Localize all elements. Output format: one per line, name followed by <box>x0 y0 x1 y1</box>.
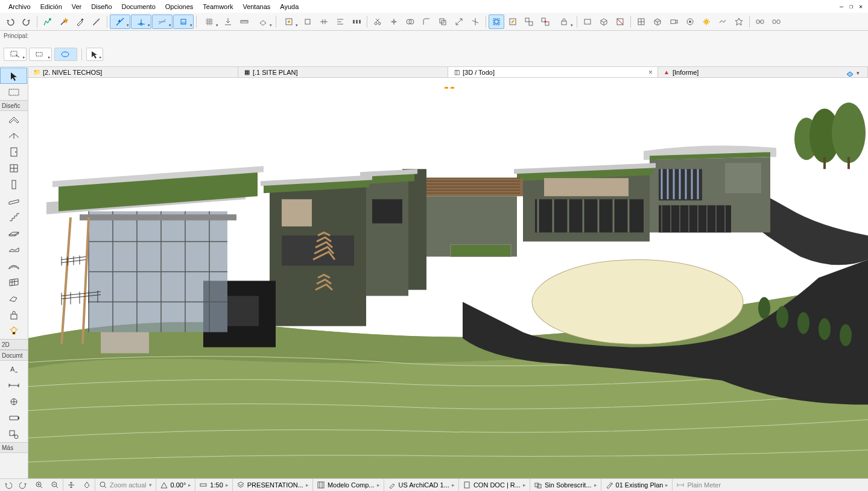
magic-wand-tool[interactable] <box>56 14 72 29</box>
status-model[interactable]: Modelo Comp... ▸ <box>313 479 384 491</box>
door-tool[interactable] <box>0 144 27 160</box>
status-override[interactable]: Sin Sobrescrit... ▸ <box>530 479 601 491</box>
stair-tool[interactable] <box>0 209 27 225</box>
wall-tool[interactable] <box>0 111 27 127</box>
offset-tool[interactable] <box>435 14 451 29</box>
text-tool[interactable]: A <box>0 361 27 377</box>
menu-archivo[interactable]: Archivo <box>4 2 36 11</box>
zoom-status[interactable]: Zoom actual ▾ <box>95 479 156 491</box>
nav-back[interactable] <box>0 479 16 491</box>
curtain-wall-tool[interactable] <box>0 274 27 290</box>
tab-nivel-techos[interactable]: 📁 [2. NIVEL TECHOS] <box>28 67 238 77</box>
selection-mode-2[interactable]: ▸ <box>29 48 52 61</box>
lock-button[interactable]: ▾ <box>554 14 574 29</box>
guideline-tool[interactable]: ▾ <box>110 14 130 29</box>
dimension-tool[interactable] <box>0 377 27 393</box>
menu-ventanas[interactable]: Ventanas <box>238 2 275 11</box>
selection-mode-1[interactable]: ▸ <box>4 48 27 61</box>
close-button[interactable]: ✕ <box>857 3 864 10</box>
element-tool[interactable] <box>300 14 315 29</box>
eyedropper-tool[interactable] <box>72 14 88 29</box>
3d-button[interactable] <box>650 14 665 29</box>
status-archicad[interactable]: US ArchiCAD 1... ▸ <box>384 479 459 491</box>
object-tool[interactable] <box>0 306 27 323</box>
ruler-tool[interactable] <box>236 14 252 29</box>
menu-teamwork[interactable]: Teamwork <box>198 2 238 11</box>
nav-fwd[interactable] <box>16 479 31 491</box>
resize-tool[interactable] <box>451 14 467 29</box>
status-presentation[interactable]: PRESENTATION... ▸ <box>233 479 313 491</box>
camera-button[interactable] <box>666 14 682 29</box>
angle-status[interactable]: 0.00° ▸ <box>156 479 196 491</box>
3d-viewport[interactable] <box>28 78 868 478</box>
beam-tool[interactable] <box>0 192 27 209</box>
status-renovation[interactable]: 01 Existing Plan ▸ <box>601 479 673 491</box>
grid-tool[interactable]: ▾ <box>199 14 220 29</box>
slab-tool[interactable] <box>0 225 27 241</box>
tab-informe[interactable]: ▲ [Informe] <box>658 67 868 77</box>
lamp-tool[interactable] <box>0 323 27 339</box>
link2-button[interactable] <box>768 14 784 29</box>
cursor-mode[interactable]: ▸ <box>86 48 103 61</box>
ungroup-button[interactable] <box>537 14 553 29</box>
sun-button[interactable] <box>699 14 714 29</box>
window-tool[interactable] <box>0 160 27 176</box>
roof-tool[interactable] <box>0 127 27 144</box>
zoom-out-nav[interactable] <box>47 479 63 491</box>
mesh-tool[interactable] <box>0 241 27 258</box>
close-tab-icon[interactable]: × <box>648 68 653 77</box>
link-button[interactable] <box>752 14 768 29</box>
snap-guides-tool[interactable]: ▾ <box>152 14 173 29</box>
split-tool[interactable] <box>316 14 332 29</box>
selection-mode-3[interactable] <box>54 48 77 61</box>
trim-tool[interactable] <box>467 14 483 29</box>
arrow-tool[interactable] <box>0 68 27 84</box>
menu-ayuda[interactable]: Ayuda <box>275 2 303 11</box>
menu-opciones[interactable]: Opciones <box>160 2 198 11</box>
view-mode-picker[interactable]: ▾ <box>840 68 864 78</box>
status-condoc[interactable]: CON DOC | R... ▸ <box>459 479 530 491</box>
minimize-button[interactable]: — <box>838 3 845 10</box>
show-3d-button[interactable] <box>596 14 612 29</box>
level-tool[interactable] <box>0 393 27 410</box>
fillet-tool[interactable] <box>419 14 434 29</box>
marquee-tool[interactable] <box>0 84 27 100</box>
cut-tool[interactable] <box>370 14 385 29</box>
orbit-nav[interactable] <box>79 479 95 491</box>
detail-tool[interactable] <box>0 426 27 442</box>
attributes-tool[interactable]: ▾ <box>279 14 299 29</box>
pan-nav[interactable] <box>63 479 79 491</box>
align-tool[interactable] <box>332 14 348 29</box>
section-tool[interactable] <box>0 410 27 426</box>
show-2d-button[interactable] <box>580 14 595 29</box>
distribute-tool[interactable] <box>349 14 364 29</box>
plane-tool[interactable]: ▾ <box>253 14 273 29</box>
morph-tool[interactable] <box>0 290 27 306</box>
trace-button[interactable] <box>715 14 730 29</box>
snap-tool[interactable]: ▾ <box>131 14 151 29</box>
floor-plan-button[interactable] <box>633 14 649 29</box>
scale-status[interactable]: 1:50 ▸ <box>195 479 232 491</box>
coord-tool[interactable]: xy▾ <box>173 14 194 29</box>
menu-documento[interactable]: Documento <box>117 2 160 11</box>
status-dimension[interactable]: Plain Meter <box>673 479 724 491</box>
shell-tool[interactable] <box>0 258 27 274</box>
redo-button[interactable] <box>19 14 34 29</box>
favorite-button[interactable] <box>731 14 747 29</box>
suspend-groups-button[interactable] <box>489 14 504 29</box>
menu-ver[interactable]: Ver <box>67 2 87 11</box>
adjust-tool[interactable] <box>386 14 402 29</box>
intersect-tool[interactable] <box>402 14 418 29</box>
group-button[interactable] <box>521 14 537 29</box>
pick-tool[interactable] <box>40 14 55 29</box>
edit-group-button[interactable] <box>505 14 521 29</box>
column-tool[interactable] <box>0 176 27 192</box>
maximize-button[interactable]: ❐ <box>847 3 855 10</box>
gravity-tool[interactable] <box>220 14 236 29</box>
photo-render-button[interactable] <box>682 14 698 29</box>
menu-edicion[interactable]: Edición <box>36 2 67 11</box>
show-section-button[interactable] <box>612 14 628 29</box>
inject-tool[interactable] <box>89 14 104 29</box>
tab-3d-todo[interactable]: ◫ [3D / Todo] × <box>448 67 658 77</box>
undo-button[interactable] <box>2 14 18 29</box>
